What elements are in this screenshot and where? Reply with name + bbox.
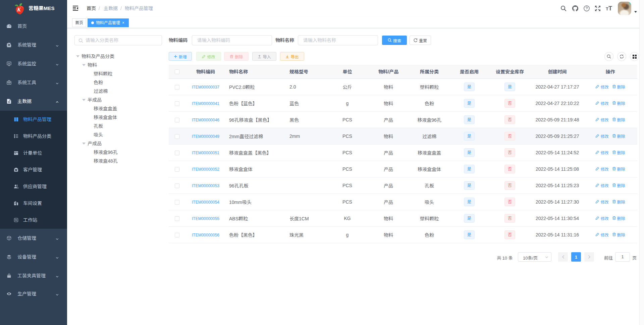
svg-text:T: T: [608, 5, 612, 11]
svg-text:K: K: [17, 7, 21, 12]
svg-text:T: T: [606, 6, 608, 11]
